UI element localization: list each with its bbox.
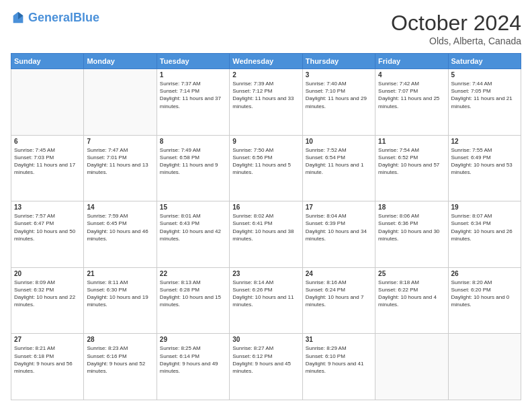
day-info: Sunrise: 7:57 AMSunset: 6:47 PMDaylight:… [14, 212, 81, 242]
day-info: Sunrise: 7:55 AMSunset: 6:49 PMDaylight:… [451, 146, 518, 177]
day-number: 4 [378, 71, 445, 79]
day-info: Sunrise: 7:54 AMSunset: 6:52 PMDaylight:… [378, 146, 445, 177]
calendar-cell: 17Sunrise: 8:04 AMSunset: 6:39 PMDayligh… [302, 201, 375, 268]
calendar-cell [11, 69, 84, 136]
calendar-cell: 16Sunrise: 8:02 AMSunset: 6:41 PMDayligh… [230, 201, 302, 268]
day-number: 2 [232, 71, 299, 79]
day-number: 9 [232, 138, 299, 145]
day-info: Sunrise: 8:16 AMSunset: 6:24 PMDaylight:… [306, 279, 372, 309]
calendar-cell: 18Sunrise: 8:06 AMSunset: 6:36 PMDayligh… [375, 201, 448, 268]
calendar-cell [84, 69, 157, 136]
calendar-cell: 31Sunrise: 8:29 AMSunset: 6:10 PMDayligh… [302, 334, 375, 400]
calendar-cell: 14Sunrise: 7:59 AMSunset: 6:45 PMDayligh… [84, 201, 157, 268]
calendar-cell: 7Sunrise: 7:47 AMSunset: 7:01 PMDaylight… [84, 135, 157, 201]
week-row-3: 13Sunrise: 7:57 AMSunset: 6:47 PMDayligh… [11, 201, 521, 268]
day-info: Sunrise: 8:01 AMSunset: 6:43 PMDaylight:… [160, 212, 226, 242]
calendar-cell: 22Sunrise: 8:13 AMSunset: 6:28 PMDayligh… [157, 267, 229, 334]
calendar-cell: 27Sunrise: 8:21 AMSunset: 6:18 PMDayligh… [11, 334, 84, 400]
day-number: 10 [306, 138, 372, 145]
day-number: 19 [451, 203, 518, 211]
day-number: 15 [160, 203, 226, 211]
calendar-cell: 29Sunrise: 8:25 AMSunset: 6:14 PMDayligh… [157, 334, 229, 400]
day-info: Sunrise: 7:47 AMSunset: 7:01 PMDaylight:… [87, 146, 153, 177]
logo: GeneralBlue [11, 11, 99, 26]
day-number: 11 [378, 138, 445, 145]
day-number: 3 [306, 71, 372, 79]
header-row: SundayMondayTuesdayWednesdayThursdayFrid… [11, 54, 521, 69]
calendar-cell: 4Sunrise: 7:42 AMSunset: 7:07 PMDaylight… [375, 69, 448, 136]
calendar-cell: 11Sunrise: 7:54 AMSunset: 6:52 PMDayligh… [375, 135, 448, 201]
day-info: Sunrise: 8:02 AMSunset: 6:41 PMDaylight:… [232, 212, 299, 242]
logo-text: GeneralBlue [28, 11, 99, 25]
calendar-cell: 28Sunrise: 8:23 AMSunset: 6:16 PMDayligh… [84, 334, 157, 400]
day-info: Sunrise: 7:40 AMSunset: 7:10 PMDaylight:… [306, 80, 372, 110]
logo-blue: Blue [73, 11, 99, 24]
calendar-cell: 5Sunrise: 7:44 AMSunset: 7:05 PMDaylight… [448, 69, 521, 136]
day-number: 25 [378, 270, 445, 277]
weekday-header-wednesday: Wednesday [230, 54, 302, 69]
header: GeneralBlue October 2024 Olds, Alberta, … [11, 11, 521, 46]
calendar-cell: 9Sunrise: 7:50 AMSunset: 6:56 PMDaylight… [230, 135, 302, 201]
day-number: 27 [14, 336, 81, 343]
day-info: Sunrise: 8:14 AMSunset: 6:26 PMDaylight:… [232, 279, 299, 309]
day-info: Sunrise: 8:21 AMSunset: 6:18 PMDaylight:… [14, 345, 81, 375]
day-number: 13 [14, 203, 81, 211]
calendar-cell: 19Sunrise: 8:07 AMSunset: 6:34 PMDayligh… [448, 201, 521, 268]
page: GeneralBlue October 2024 Olds, Alberta, … [0, 0, 532, 411]
calendar-cell: 23Sunrise: 8:14 AMSunset: 6:26 PMDayligh… [230, 267, 302, 334]
day-info: Sunrise: 7:45 AMSunset: 7:03 PMDaylight:… [14, 146, 81, 177]
day-number: 29 [160, 336, 226, 343]
day-info: Sunrise: 7:52 AMSunset: 6:54 PMDaylight:… [306, 146, 372, 177]
day-info: Sunrise: 7:37 AMSunset: 7:14 PMDaylight:… [160, 80, 226, 110]
day-info: Sunrise: 7:44 AMSunset: 7:05 PMDaylight:… [451, 80, 518, 110]
day-number: 17 [306, 203, 372, 211]
calendar-cell [375, 334, 448, 400]
day-number: 8 [160, 138, 226, 145]
weekday-header-thursday: Thursday [302, 54, 375, 69]
day-info: Sunrise: 8:18 AMSunset: 6:22 PMDaylight:… [378, 279, 445, 309]
day-number: 14 [87, 203, 153, 211]
title-block: October 2024 Olds, Alberta, Canada [391, 11, 521, 46]
day-info: Sunrise: 8:23 AMSunset: 6:16 PMDaylight:… [87, 345, 153, 375]
week-row-2: 6Sunrise: 7:45 AMSunset: 7:03 PMDaylight… [11, 135, 521, 201]
logo-icon [11, 11, 26, 26]
day-number: 30 [232, 336, 299, 343]
day-number: 23 [232, 270, 299, 277]
day-info: Sunrise: 8:27 AMSunset: 6:12 PMDaylight:… [232, 345, 299, 375]
day-info: Sunrise: 8:04 AMSunset: 6:39 PMDaylight:… [306, 212, 372, 242]
weekday-header-friday: Friday [375, 54, 448, 69]
day-number: 20 [14, 270, 81, 277]
calendar-cell: 3Sunrise: 7:40 AMSunset: 7:10 PMDaylight… [302, 69, 375, 136]
calendar-cell: 26Sunrise: 8:20 AMSunset: 6:20 PMDayligh… [448, 267, 521, 334]
day-info: Sunrise: 8:07 AMSunset: 6:34 PMDaylight:… [451, 212, 518, 242]
logo-general: General [28, 11, 73, 24]
calendar-cell: 1Sunrise: 7:37 AMSunset: 7:14 PMDaylight… [157, 69, 229, 136]
calendar-cell: 15Sunrise: 8:01 AMSunset: 6:43 PMDayligh… [157, 201, 229, 268]
calendar-cell: 21Sunrise: 8:11 AMSunset: 6:30 PMDayligh… [84, 267, 157, 334]
day-info: Sunrise: 7:50 AMSunset: 6:56 PMDaylight:… [232, 146, 299, 177]
day-number: 5 [451, 71, 518, 79]
day-info: Sunrise: 8:06 AMSunset: 6:36 PMDaylight:… [378, 212, 445, 242]
week-row-4: 20Sunrise: 8:09 AMSunset: 6:32 PMDayligh… [11, 267, 521, 334]
month-title: October 2024 [391, 11, 521, 36]
day-number: 7 [87, 138, 153, 145]
day-number: 1 [160, 71, 226, 79]
day-info: Sunrise: 8:09 AMSunset: 6:32 PMDaylight:… [14, 279, 81, 309]
day-info: Sunrise: 7:39 AMSunset: 7:12 PMDaylight:… [232, 80, 299, 110]
calendar-cell: 10Sunrise: 7:52 AMSunset: 6:54 PMDayligh… [302, 135, 375, 201]
calendar-cell: 12Sunrise: 7:55 AMSunset: 6:49 PMDayligh… [448, 135, 521, 201]
day-number: 6 [14, 138, 81, 145]
calendar-cell: 24Sunrise: 8:16 AMSunset: 6:24 PMDayligh… [302, 267, 375, 334]
calendar-cell: 13Sunrise: 7:57 AMSunset: 6:47 PMDayligh… [11, 201, 84, 268]
day-info: Sunrise: 8:11 AMSunset: 6:30 PMDaylight:… [87, 279, 153, 309]
calendar-cell: 25Sunrise: 8:18 AMSunset: 6:22 PMDayligh… [375, 267, 448, 334]
weekday-header-sunday: Sunday [11, 54, 84, 69]
weekday-header-tuesday: Tuesday [157, 54, 229, 69]
calendar-cell [448, 334, 521, 400]
day-number: 18 [378, 203, 445, 211]
day-number: 28 [87, 336, 153, 343]
day-info: Sunrise: 7:59 AMSunset: 6:45 PMDaylight:… [87, 212, 153, 242]
calendar-table: SundayMondayTuesdayWednesdayThursdayFrid… [11, 53, 521, 400]
day-info: Sunrise: 8:25 AMSunset: 6:14 PMDaylight:… [160, 345, 226, 375]
calendar-cell: 8Sunrise: 7:49 AMSunset: 6:58 PMDaylight… [157, 135, 229, 201]
